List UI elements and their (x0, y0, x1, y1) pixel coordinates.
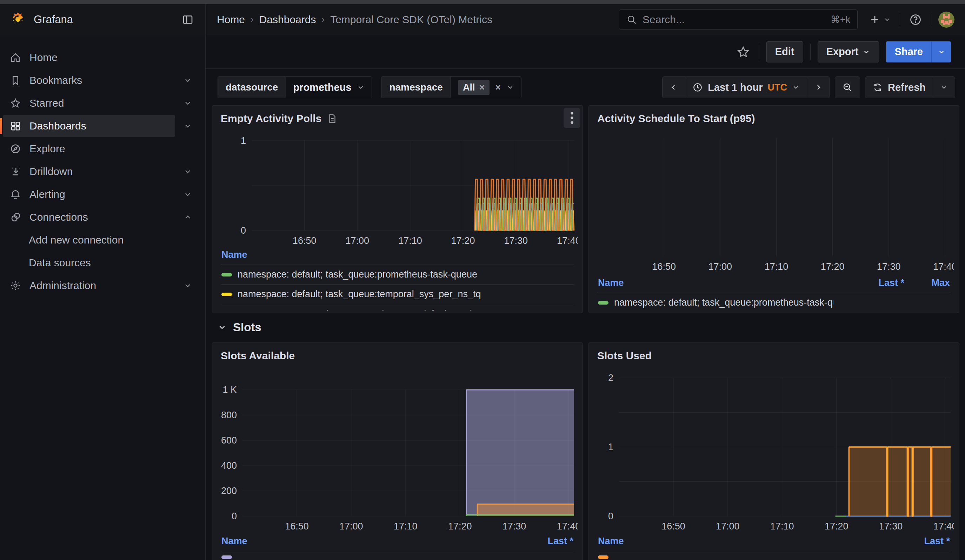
panel-slots-used: Slots Used 16:5017:0017:1017:2017:3017:4… (589, 343, 959, 560)
edit-button[interactable]: Edit (766, 41, 803, 62)
svg-text:800: 800 (221, 410, 237, 420)
home-icon (10, 52, 21, 63)
svg-text:16:50: 16:50 (652, 261, 676, 272)
refresh-button[interactable]: Refresh (865, 77, 933, 98)
favorite-star-button[interactable] (734, 43, 752, 61)
time-shift-forward-button[interactable] (807, 77, 829, 98)
chevron-down-icon[interactable] (175, 99, 200, 107)
sidebar-item-starred[interactable]: Starred (3, 92, 175, 114)
row-section-slots[interactable]: Slots (218, 319, 965, 335)
panel-legend: Namenamespace: default; task_queue:prome… (221, 247, 574, 310)
svg-text:1: 1 (608, 442, 613, 452)
dashboard-content: datasource prometheus namespace All × × (206, 77, 965, 560)
breadcrumb-separator: › (250, 14, 254, 25)
chevron-down-icon[interactable] (175, 167, 200, 176)
panel-title[interactable]: Slots Used (597, 350, 652, 362)
namespace-label: namespace (381, 77, 451, 98)
panel-title[interactable]: Empty Activity Polls (221, 113, 321, 124)
datasource-select[interactable]: prometheus (286, 77, 371, 98)
svg-text:200: 200 (221, 486, 237, 496)
legend-row[interactable]: namespace: default; task_queue:temporal_… (221, 284, 574, 304)
time-range-picker[interactable]: Last 1 hour UTC (685, 77, 807, 98)
svg-text:17:10: 17:10 (770, 521, 794, 532)
chevron-down-icon (357, 83, 365, 91)
svg-text:16:50: 16:50 (293, 235, 317, 246)
legend-header-name[interactable]: Name (598, 536, 890, 547)
add-new-button[interactable] (867, 11, 893, 28)
timeseries-chart[interactable]: 16:5017:0017:1017:2017:3017:4001 (221, 127, 577, 247)
breadcrumb-dashboards[interactable]: Dashboards (259, 14, 316, 26)
share-button[interactable]: Share (886, 41, 931, 62)
svg-text:1: 1 (241, 136, 246, 146)
user-avatar[interactable] (938, 11, 955, 28)
sidebar-item-data-sources[interactable]: Data sources (3, 252, 175, 274)
bell-icon (10, 189, 21, 200)
panel-title[interactable]: Slots Available (221, 350, 295, 362)
svg-text:17:20: 17:20 (448, 521, 472, 532)
panel-legend: NameLast *Maxnamespace: default; task_qu… (597, 276, 950, 312)
chevron-down-icon[interactable] (175, 281, 200, 290)
legend-header-last-[interactable]: Last * (845, 278, 904, 289)
panel-title[interactable]: Activity Schedule To Start (p95) (597, 113, 755, 124)
svg-text:1 K: 1 K (222, 385, 237, 395)
search-icon (626, 15, 637, 25)
svg-text:17:30: 17:30 (502, 521, 527, 532)
kebab-menu-icon (568, 111, 576, 125)
time-controls: Last 1 hour UTC Refresh (662, 77, 955, 98)
chevron-down-icon (862, 48, 870, 56)
breadcrumb-home[interactable]: Home (217, 14, 245, 26)
sidebar-item-connections[interactable]: Connections (3, 206, 175, 228)
help-button[interactable] (907, 11, 924, 28)
legend-row[interactable] (221, 551, 574, 560)
svg-text:17:30: 17:30 (877, 261, 901, 272)
sidebar-item-home[interactable]: Home (3, 47, 175, 69)
panel-menu-button[interactable] (564, 108, 581, 128)
legend-row[interactable]: namespace: default; task_queue:prometheu… (221, 264, 574, 284)
namespace-chip[interactable]: All × (458, 80, 489, 95)
series-color-pill (221, 292, 232, 296)
search-input[interactable]: Search... ⌘+k (619, 10, 858, 30)
svg-text:0: 0 (232, 511, 237, 521)
panel-empty-activity-polls: Empty Activity Polls 16:5017:0017:1017:2… (212, 105, 583, 313)
legend-row[interactable]: namespace: temporal_system; task_queue:d… (221, 304, 574, 310)
sidebar-item-drilldown[interactable]: Drilldown (3, 161, 175, 183)
legend-header-name[interactable]: Name (221, 536, 514, 547)
series-name: namespace: default; task_queue:prometheu… (237, 269, 573, 280)
grafana-logo-icon[interactable] (10, 11, 26, 28)
timeseries-chart[interactable]: 16:5017:0017:1017:2017:3017:40 (597, 127, 954, 275)
panel-legend: NameLast * (221, 534, 574, 560)
panel-description-icon[interactable] (327, 113, 338, 124)
sidebar-item-bookmarks[interactable]: Bookmarks (3, 70, 175, 91)
timeseries-chart[interactable]: 16:5017:0017:1017:2017:3017:400200400600… (221, 364, 577, 533)
sidebar-item-administration[interactable]: Administration (3, 275, 175, 297)
timeseries-chart[interactable]: 16:5017:0017:1017:2017:3017:40012 (597, 364, 954, 533)
sidebar-item-add-new-connection[interactable]: Add new connection (3, 229, 175, 251)
dashboard-toolbar: Edit Export Share (206, 35, 965, 69)
legend-row[interactable] (597, 551, 950, 560)
chevron-down-icon[interactable] (175, 122, 200, 130)
legend-row[interactable]: namespace: default; task_queue:prometheu… (597, 292, 950, 312)
chevron-down-icon[interactable] (175, 76, 200, 85)
active-item-accent (0, 118, 2, 134)
sidebar-toggle-icon[interactable] (179, 11, 196, 28)
sidebar-item-dashboards[interactable]: Dashboards (3, 115, 175, 137)
legend-header-name[interactable]: Name (221, 250, 573, 260)
remove-chip-icon[interactable]: × (479, 82, 484, 93)
namespace-select[interactable]: All × × (451, 77, 521, 98)
clear-all-icon[interactable]: × (495, 82, 501, 93)
chevron-down-icon[interactable] (175, 190, 200, 199)
legend-header-last-[interactable]: Last * (890, 536, 950, 547)
magnifier-minus-icon (842, 82, 853, 93)
time-shift-back-button[interactable] (662, 77, 685, 98)
sidebar-item-explore[interactable]: Explore (3, 138, 175, 160)
chevron-up-icon[interactable] (175, 213, 200, 221)
legend-header-last-[interactable]: Last * (514, 536, 573, 547)
legend-header-max[interactable]: Max (904, 278, 950, 289)
refresh-interval-dropdown[interactable] (933, 77, 955, 98)
zoom-out-time-button[interactable] (835, 77, 860, 98)
share-dropdown-button[interactable] (931, 41, 951, 62)
sidebar-item-alerting[interactable]: Alerting (3, 183, 175, 205)
legend-header-name[interactable]: Name (598, 278, 845, 289)
svg-text:17:20: 17:20 (821, 261, 845, 272)
export-button[interactable]: Export (818, 41, 879, 62)
